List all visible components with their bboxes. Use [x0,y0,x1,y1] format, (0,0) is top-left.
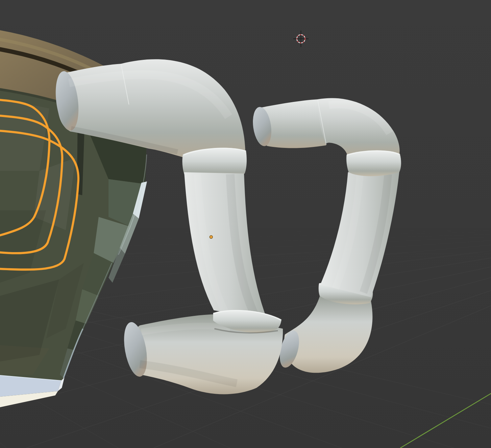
object-origin-dot[interactable] [210,236,213,239]
pipe-right-top-collar[interactable] [346,150,401,176]
viewport-canvas[interactable] [0,0,491,448]
3d-viewport[interactable] [0,0,491,448]
